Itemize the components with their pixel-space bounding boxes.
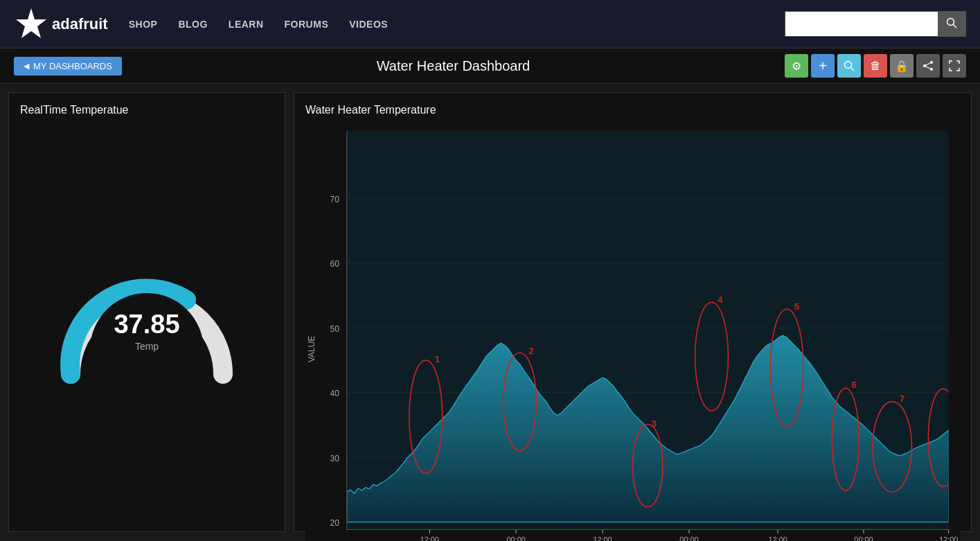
lock-button[interactable]: 🔒 — [890, 54, 914, 78]
chart-title: Water Heater Temperature — [305, 104, 960, 116]
gauge-label: Temp — [114, 340, 179, 351]
svg-text:12:00: 12:00 — [420, 535, 439, 541]
chevron-left-icon: ◀ — [24, 62, 29, 71]
svg-line-2 — [954, 25, 957, 28]
svg-text:1: 1 — [435, 354, 440, 364]
svg-text:00:00: 00:00 — [507, 535, 526, 541]
svg-marker-0 — [16, 8, 46, 38]
nav-links: SHOP BLOG LEARN FORUMS VIDEOS — [129, 19, 785, 30]
gauge-title: RealTime Temperatue — [20, 104, 274, 116]
svg-text:3: 3 — [652, 418, 657, 429]
gauge-panel: RealTime Temperatue 37.85 Temp — [8, 92, 285, 532]
svg-text:5: 5 — [794, 301, 799, 312]
nav-blog[interactable]: BLOG — [178, 19, 207, 30]
navbar: adafruit SHOP BLOG LEARN FORUMS VIDEOS — [0, 0, 980, 48]
svg-text:40: 40 — [330, 389, 340, 398]
toolbar-actions: ⚙ + 🗑 🔒 — [785, 54, 966, 78]
search-input[interactable] — [785, 12, 938, 36]
search-icon — [946, 17, 957, 28]
share-icon — [923, 60, 934, 71]
adafruit-logo-icon — [14, 7, 48, 42]
chart-area: 20 30 40 50 60 70 VALUE — [305, 122, 960, 541]
svg-point-1 — [947, 19, 954, 26]
nav-shop[interactable]: SHOP — [129, 19, 158, 30]
zoom-button[interactable] — [837, 54, 861, 78]
svg-text:30: 30 — [330, 454, 340, 463]
search-button[interactable] — [938, 12, 965, 36]
gauge-value: 37.85 Temp — [114, 309, 179, 351]
logo[interactable]: adafruit — [14, 7, 108, 42]
svg-text:VALUE: VALUE — [307, 336, 317, 362]
search-box — [785, 11, 966, 37]
my-dashboards-label: MY DASHBOARDS — [33, 61, 112, 71]
fullscreen-icon — [949, 60, 960, 71]
my-dashboards-button[interactable]: ◀ MY DASHBOARDS — [14, 57, 122, 76]
svg-line-8 — [925, 62, 932, 66]
logo-text: adafruit — [52, 15, 108, 33]
settings-button[interactable]: ⚙ — [785, 54, 808, 78]
fullscreen-button[interactable] — [943, 54, 966, 78]
gauge-wrapper: 37.85 Temp — [20, 123, 274, 520]
zoom-icon — [844, 60, 855, 71]
svg-text:50: 50 — [330, 324, 340, 334]
main-content: RealTime Temperatue 37.85 Temp Water Hea — [0, 84, 980, 540]
svg-text:12:00: 12:00 — [593, 535, 612, 541]
svg-line-4 — [851, 68, 855, 71]
svg-text:6: 6 — [852, 380, 857, 390]
chart-panel: Water Heater Temperature 20 30 40 50 60 … — [294, 92, 972, 532]
svg-text:00:00: 00:00 — [854, 535, 873, 541]
svg-point-3 — [845, 62, 852, 69]
svg-text:00:00: 00:00 — [679, 535, 698, 541]
nav-learn[interactable]: LEARN — [229, 19, 264, 30]
svg-text:12:00: 12:00 — [939, 535, 958, 541]
delete-button[interactable]: 🗑 — [864, 54, 887, 78]
svg-text:7: 7 — [900, 393, 905, 404]
svg-text:20: 20 — [330, 518, 340, 528]
add-button[interactable]: + — [811, 54, 835, 78]
chart-svg: 20 30 40 50 60 70 VALUE — [305, 122, 960, 541]
dashboard-title: Water Heater Dashboard — [122, 58, 785, 74]
nav-forums[interactable]: FORUMS — [285, 19, 329, 30]
svg-text:70: 70 — [330, 195, 340, 204]
gauge-number: 37.85 — [114, 309, 179, 339]
svg-line-9 — [925, 66, 932, 69]
share-button[interactable] — [916, 54, 940, 78]
svg-text:4: 4 — [718, 294, 723, 305]
svg-text:12:00: 12:00 — [769, 535, 787, 541]
svg-text:2: 2 — [529, 346, 534, 356]
toolbar: ◀ MY DASHBOARDS Water Heater Dashboard ⚙… — [0, 48, 980, 84]
svg-text:60: 60 — [330, 259, 340, 269]
nav-videos[interactable]: VIDEOS — [349, 19, 388, 30]
gauge-container: 37.85 Temp — [50, 253, 244, 391]
